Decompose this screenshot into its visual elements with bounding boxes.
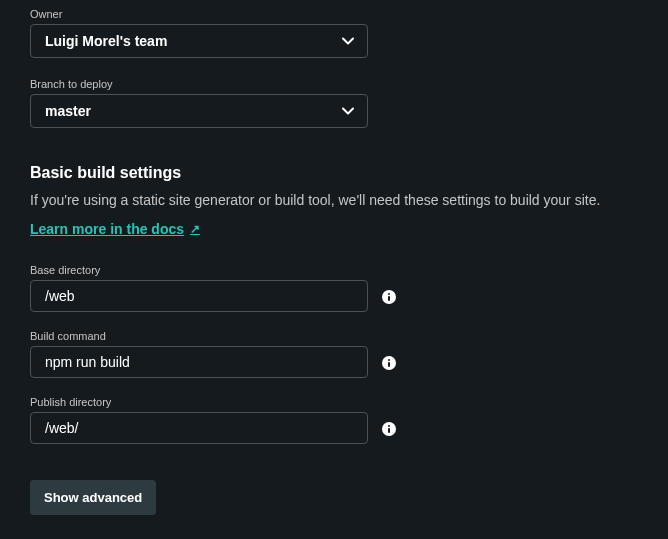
info-icon[interactable] bbox=[382, 290, 396, 304]
build-settings-heading: Basic build settings bbox=[30, 164, 638, 182]
docs-link[interactable]: Learn more in the docs ↗ bbox=[30, 221, 200, 237]
branch-label: Branch to deploy bbox=[30, 78, 638, 90]
base-directory-input[interactable] bbox=[30, 280, 368, 312]
svg-point-4 bbox=[388, 359, 390, 361]
publish-directory-label: Publish directory bbox=[30, 396, 368, 408]
docs-link-text: Learn more in the docs bbox=[30, 221, 184, 237]
build-command-label: Build command bbox=[30, 330, 368, 342]
svg-rect-8 bbox=[388, 428, 390, 433]
info-icon[interactable] bbox=[382, 356, 396, 370]
owner-label: Owner bbox=[30, 8, 638, 20]
svg-rect-2 bbox=[388, 296, 390, 301]
owner-select-wrapper[interactable]: Luigi Morel's team bbox=[30, 24, 368, 58]
build-settings-description: If you're using a static site generator … bbox=[30, 192, 638, 208]
external-link-icon: ↗ bbox=[190, 222, 200, 236]
svg-rect-5 bbox=[388, 362, 390, 367]
branch-select[interactable]: master bbox=[30, 94, 368, 128]
show-advanced-button[interactable]: Show advanced bbox=[30, 480, 156, 515]
svg-point-7 bbox=[388, 425, 390, 427]
branch-select-wrapper[interactable]: master bbox=[30, 94, 368, 128]
base-directory-label: Base directory bbox=[30, 264, 368, 276]
svg-point-1 bbox=[388, 293, 390, 295]
build-command-input[interactable] bbox=[30, 346, 368, 378]
publish-directory-input[interactable] bbox=[30, 412, 368, 444]
owner-select[interactable]: Luigi Morel's team bbox=[30, 24, 368, 58]
info-icon[interactable] bbox=[382, 422, 396, 436]
